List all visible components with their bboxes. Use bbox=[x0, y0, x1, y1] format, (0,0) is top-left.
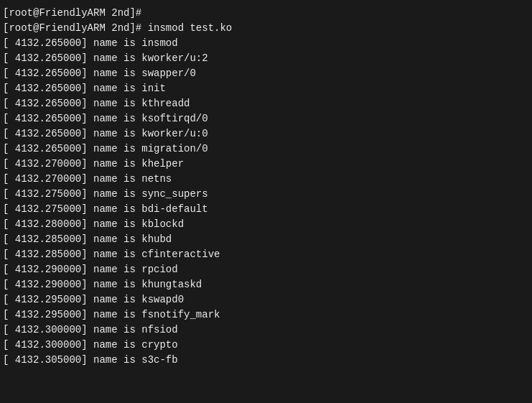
terminal-line: [root@FriendlyARM 2nd]# insmod test.ko bbox=[3, 21, 529, 36]
terminal-line: [ 4132.290000] name is khungtaskd bbox=[3, 277, 529, 292]
terminal-line: [ 4132.265000] name is kworker/u:0 bbox=[3, 126, 529, 142]
terminal-line: [ 4132.265000] name is kthreadd bbox=[3, 96, 529, 111]
terminal-line: [ 4132.275000] name is sync_supers bbox=[3, 187, 529, 202]
terminal-line: [ 4132.270000] name is netns bbox=[3, 172, 529, 187]
terminal-line: [ 4132.265000] name is migration/0 bbox=[3, 142, 529, 157]
terminal-line: [root@FriendlyARM 2nd]# bbox=[3, 6, 529, 21]
terminal-line: [ 4132.305000] name is s3c-fb bbox=[3, 353, 529, 368]
terminal-line: [ 4132.285000] name is khubd bbox=[3, 232, 529, 247]
terminal-line: [ 4132.265000] name is kworker/u:2 bbox=[3, 51, 529, 66]
terminal-line: [ 4132.270000] name is khelper bbox=[3, 157, 529, 172]
terminal-line: [ 4132.265000] name is init bbox=[3, 81, 529, 96]
terminal: [root@FriendlyARM 2nd]#[root@FriendlyARM… bbox=[0, 0, 532, 403]
terminal-line: [ 4132.265000] name is insmod bbox=[3, 36, 529, 51]
terminal-line: [ 4132.265000] name is swapper/0 bbox=[3, 66, 529, 81]
terminal-line: [ 4132.265000] name is ksoftirqd/0 bbox=[3, 111, 529, 126]
terminal-line: [ 4132.275000] name is bdi-default bbox=[3, 202, 529, 217]
terminal-line: [ 4132.280000] name is kblockd bbox=[3, 217, 529, 232]
terminal-line: [ 4132.300000] name is nfsiod bbox=[3, 323, 529, 338]
terminal-line: [ 4132.300000] name is crypto bbox=[3, 338, 529, 353]
terminal-line: [ 4132.290000] name is rpciod bbox=[3, 262, 529, 277]
terminal-line: [ 4132.285000] name is cfinteractive bbox=[3, 247, 529, 262]
terminal-line: [ 4132.295000] name is kswapd0 bbox=[3, 292, 529, 307]
terminal-line: [ 4132.295000] name is fsnotify_mark bbox=[3, 307, 529, 323]
